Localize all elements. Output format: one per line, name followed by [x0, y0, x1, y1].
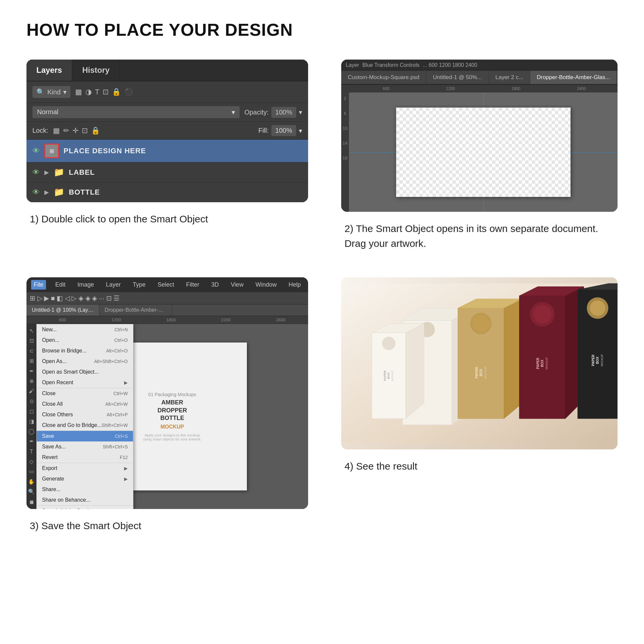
collapse-arrow-bottle[interactable]: ▶: [44, 189, 49, 196]
opacity-value[interactable]: 100%: [271, 107, 296, 118]
tool-dodge[interactable]: ◯: [28, 428, 34, 435]
tool-type[interactable]: T: [30, 448, 33, 455]
eye-icon-place-design[interactable]: 👁: [32, 147, 40, 155]
tool-hand[interactable]: ✋: [28, 478, 35, 485]
eye-icon-label[interactable]: 👁: [32, 168, 40, 177]
fill-value[interactable]: 100%: [271, 125, 296, 136]
menu-item-revert[interactable]: Revert F12: [37, 452, 133, 463]
menu-item-generate[interactable]: Generate ▶: [37, 474, 133, 484]
menu-item-saveas[interactable]: Save As... Shift+Ctrl+S: [37, 441, 133, 452]
ps-topbar-coords: ... 600 1200 1800 2400: [423, 62, 478, 68]
tool-pen[interactable]: ✒: [29, 438, 34, 445]
menu-item-closebridge[interactable]: Close and Go to Bridge... Shift+Ctrl+W: [37, 420, 133, 431]
layer-row-label[interactable]: 👁 ▶ 📁 LABEL: [26, 162, 308, 182]
menubar-3d[interactable]: 3D: [208, 280, 221, 290]
ps-tab-untitled[interactable]: Untitled-1 @ 50%...: [426, 71, 489, 84]
filter-type-icon[interactable]: T: [95, 88, 99, 96]
menu-item-openas[interactable]: Open As... Alt+Shift+Ctrl+O: [37, 356, 133, 367]
ps-tab-custom[interactable]: Custom-Mockup-Square.psd: [341, 71, 426, 84]
menubar-view[interactable]: View: [228, 280, 246, 290]
tool-erase[interactable]: ◻: [29, 408, 34, 415]
tool-fg-bg[interactable]: ◼: [29, 498, 34, 506]
tool-select[interactable]: ⊡: [29, 337, 34, 345]
menubar-image[interactable]: Image: [75, 280, 97, 290]
menu-item-closeall-label: Close All: [42, 401, 63, 407]
menu-item-export[interactable]: Export ▶: [37, 463, 133, 474]
tool-stamp[interactable]: ⊙: [29, 398, 34, 405]
ps-document-area: 01 Packaging Mockups AMBERDROPPERBOTTLE …: [36, 324, 308, 509]
menubar-file[interactable]: File: [31, 280, 46, 290]
ps-tab2-untitled[interactable]: Untitled-1 @ 100% (Layer 2 c...: [26, 304, 99, 316]
tool-shape[interactable]: ▭: [29, 468, 34, 475]
menubar-help[interactable]: Help: [286, 280, 303, 290]
tool-brush[interactable]: 🖌: [29, 388, 34, 395]
product-result-screenshot: PAPER BOX MOCKUP PAPER BOX: [341, 277, 618, 449]
layers-tab[interactable]: Layers: [26, 60, 72, 81]
tool-move[interactable]: ↖: [29, 327, 34, 335]
tool-heal[interactable]: ⊕: [29, 378, 34, 385]
lock-artboard-icon[interactable]: ⊡: [82, 126, 88, 135]
menu-item-opensmart[interactable]: Open as Smart Object...: [37, 367, 133, 377]
tool-lasso[interactable]: ⊂: [29, 347, 34, 355]
ps-rulers: 600 1200 1800 2400: [341, 85, 618, 93]
search-box[interactable]: 🔍 Kind ▾: [32, 86, 70, 98]
svg-text:PAPER: PAPER: [536, 357, 540, 369]
ps-ruler-marks: 600 1200 1800 2400: [351, 86, 618, 91]
menubar-select[interactable]: Select: [155, 280, 177, 290]
layer-row-bottle[interactable]: 👁 ▶ 📁 BOTTLE: [26, 182, 308, 202]
tool-path[interactable]: ◇: [29, 458, 33, 465]
eye-icon-bottle[interactable]: 👁: [32, 188, 40, 197]
layer-row-place-design[interactable]: 👁 ⊞ PLACE DESIGN HERE: [26, 140, 308, 162]
ps-tab-dropper[interactable]: Dropper-Bottle-Amber-Glas...: [530, 71, 617, 84]
lock-paint-icon[interactable]: ✏: [63, 126, 69, 135]
ruler-v-mark-3: 10: [343, 126, 347, 131]
ps-tab-layer2[interactable]: Layer 2 c...: [489, 71, 530, 84]
menu-item-closeall[interactable]: Close All Alt+Ctrl+W: [37, 399, 133, 409]
blend-mode-dropdown[interactable]: Normal ▾: [32, 106, 240, 118]
canvas-document: [396, 108, 571, 197]
menu-item-closeothers[interactable]: Close Others Alt+Ctrl+P: [37, 409, 133, 420]
menubar-layer[interactable]: Layer: [103, 280, 123, 290]
tool-crop[interactable]: ⊞: [29, 357, 34, 365]
lock-all-icon[interactable]: 🔒: [91, 126, 100, 135]
tool-eyedrop[interactable]: ✒: [29, 368, 34, 375]
menu-item-bridge[interactable]: Browse in Bridge... Alt+Ctrl+O: [37, 345, 133, 356]
tool-zoom[interactable]: 🔍: [28, 488, 35, 495]
filter-adjust-icon[interactable]: ◑: [85, 88, 92, 96]
history-tab[interactable]: History: [72, 60, 120, 81]
filter-toggle[interactable]: ⚫: [124, 88, 133, 96]
menu-item-stock[interactable]: Search Adobe Stock...: [37, 506, 133, 509]
svg-text:PAPER: PAPER: [383, 370, 386, 381]
step-3-cell: File Edit Image Layer Type Select Filter…: [26, 277, 308, 533]
filter-pixel-icon[interactable]: ▦: [75, 88, 82, 96]
menu-item-close[interactable]: Close Ctrl+W: [37, 388, 133, 399]
menubar-filter[interactable]: Filter: [183, 280, 202, 290]
ps-left-tools: ↖ ⊡ ⊂ ⊞ ✒ ⊕ 🖌 ⊙ ◻ ◨ ◯ ✒ T ◇ ▭ ✋ 🔍: [26, 324, 36, 509]
menu-item-revert-shortcut: F12: [120, 455, 128, 460]
menubar-edit[interactable]: Edit: [53, 280, 68, 290]
menu-item-new[interactable]: New... Ctrl+N: [37, 324, 133, 335]
tool-gradient[interactable]: ◨: [29, 418, 34, 425]
step-2-cell: Layer Blue Transform Controls ... 600 12…: [341, 60, 618, 251]
menu-item-save[interactable]: Save Ctrl+S: [37, 431, 133, 441]
lock-transparency-icon[interactable]: ▦: [53, 126, 60, 135]
lock-label: Lock:: [32, 127, 48, 134]
filter-shape-icon[interactable]: ⊡: [103, 88, 109, 96]
menu-item-open[interactable]: Open... Ctrl+O: [37, 335, 133, 345]
menu-item-behance[interactable]: Share on Behance...: [37, 495, 133, 505]
menu-item-recent[interactable]: Open Recent ▶: [37, 377, 133, 388]
menu-section-export: Export ▶ Generate ▶ Share...: [37, 463, 133, 506]
menu-section-new: New... Ctrl+N Open... Ctrl+O Browse in B…: [37, 324, 133, 388]
menubar-window[interactable]: Window: [253, 280, 279, 290]
lock-move-icon[interactable]: ✛: [72, 126, 78, 135]
step-3-description: 3) Save the Smart Object: [26, 518, 141, 533]
menu-item-new-label: New...: [42, 327, 57, 333]
menu-item-share[interactable]: Share...: [37, 484, 133, 495]
filter-smart-icon[interactable]: 🔒: [112, 88, 121, 96]
ps-tab2-dropper[interactable]: Dropper-Bottle-Amber-Glass-1.p...: [99, 304, 172, 316]
ps-canvas: [349, 93, 618, 212]
ps-ruler-v: 2 6 10 14 18: [341, 93, 349, 212]
menubar-type[interactable]: Type: [130, 280, 148, 290]
collapse-arrow-label[interactable]: ▶: [44, 169, 49, 176]
ruler-mark-1800: 1800: [512, 86, 521, 91]
